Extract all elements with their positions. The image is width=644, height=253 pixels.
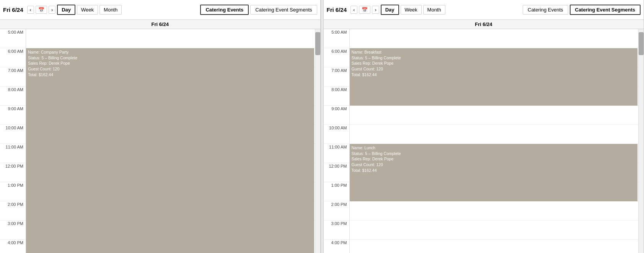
event-status: Status: 5 – Billing Complete: [352, 151, 636, 157]
time-label: 6:00 AM: [324, 48, 349, 67]
event-guest-count: Guest Count: 120: [352, 162, 636, 168]
event-row: [26, 29, 315, 48]
right-scrollbar[interactable]: [638, 29, 644, 253]
left-events-column: Name: Company Party Status: 5 – Billing …: [26, 29, 315, 253]
event-status: Status: 5 – Billing Complete: [28, 55, 312, 61]
time-label: 11:00 AM: [0, 144, 26, 163]
right-calendar-body: 5:00 AM6:00 AM7:00 AM8:00 AM9:00 AM10:00…: [324, 29, 644, 253]
time-label: 5:00 AM: [324, 29, 349, 48]
right-toolbar: Fri 6/24 ‹ 📅 › Day Week Month Catering E…: [324, 0, 644, 20]
event-sales-rep: Sales Rep: Derek Pope: [352, 156, 636, 162]
event-name: Name: Breakfast: [352, 49, 636, 55]
left-scroll-thumb[interactable]: [315, 32, 320, 55]
left-day-btn[interactable]: Day: [57, 5, 75, 15]
event-row: [350, 220, 639, 240]
time-label: 12:00 PM: [324, 163, 349, 182]
right-calendar-panel: Fri 6/24 ‹ 📅 › Day Week Month Catering E…: [324, 0, 644, 253]
time-label: 3:00 PM: [324, 220, 349, 240]
time-label: 12:00 PM: [0, 163, 26, 182]
right-day-btn[interactable]: Day: [381, 5, 399, 15]
time-label: 11:00 AM: [324, 144, 349, 163]
left-tab-catering-events[interactable]: Catering Events: [200, 5, 249, 15]
right-tab-catering-events[interactable]: Catering Events: [523, 5, 568, 15]
event-row: [350, 29, 639, 48]
right-month-btn[interactable]: Month: [423, 5, 445, 15]
left-toolbar: Fri 6/24 ‹ 📅 › Day Week Month Catering E…: [0, 0, 320, 20]
time-label: 10:00 AM: [324, 125, 349, 144]
right-events-column: Name: Breakfast Status: 5 – Billing Comp…: [350, 29, 639, 253]
time-label: 5:00 AM: [0, 29, 26, 48]
left-next-btn[interactable]: ›: [49, 6, 55, 14]
event-name: Name: Lunch: [352, 145, 636, 151]
event-sales-rep: Sales Rep: Derek Pope: [28, 60, 312, 66]
left-calendar-panel: Fri 6/24 ‹ 📅 › Day Week Month Catering E…: [0, 0, 321, 253]
event-total: Total: $162.44: [352, 168, 636, 173]
event-row: [350, 106, 639, 125]
right-time-column: 5:00 AM6:00 AM7:00 AM8:00 AM9:00 AM10:00…: [324, 29, 350, 253]
left-prev-btn[interactable]: ‹: [27, 6, 34, 14]
time-label: 2:00 PM: [324, 201, 349, 220]
time-label: 7:00 AM: [324, 67, 349, 87]
left-tab-catering-segments[interactable]: Catering Event Segments: [250, 5, 317, 15]
event-guest-count: Guest Count: 120: [28, 66, 312, 72]
left-month-btn[interactable]: Month: [99, 5, 122, 15]
left-scrollbar[interactable]: [315, 29, 320, 253]
time-label: 1:00 PM: [324, 182, 349, 201]
left-date-label: Fri 6/24: [3, 7, 23, 13]
time-label: 1:00 PM: [0, 182, 26, 201]
time-label: 8:00 AM: [324, 87, 349, 106]
right-prev-btn[interactable]: ‹: [351, 6, 357, 14]
left-calendar-header: Fri 6/24: [0, 20, 320, 29]
time-label: 6:00 AM: [0, 48, 26, 67]
event-block-breakfast[interactable]: Name: Breakfast Status: 5 – Billing Comp…: [350, 48, 638, 106]
time-label: 9:00 AM: [324, 106, 349, 125]
event-row: [350, 125, 639, 144]
left-time-column: 5:00 AM6:00 AM7:00 AM8:00 AM9:00 AM10:00…: [0, 29, 26, 253]
event-total: Total: $162.44: [28, 72, 312, 78]
right-tab-catering-segments[interactable]: Catering Event Segments: [570, 5, 641, 15]
left-calendar-body: 5:00 AM6:00 AM7:00 AM8:00 AM9:00 AM10:00…: [0, 29, 320, 253]
time-label: 4:00 PM: [0, 240, 26, 253]
event-guest-count: Guest Count: 120: [352, 66, 636, 72]
left-calendar-btn[interactable]: 📅: [36, 6, 47, 14]
event-block-company-party[interactable]: Name: Company Party Status: 5 – Billing …: [26, 48, 314, 253]
panel-divider: [321, 0, 324, 253]
event-sales-rep: Sales Rep: Derek Pope: [352, 60, 636, 66]
right-scroll-thumb[interactable]: [639, 32, 644, 55]
event-row: [350, 240, 639, 253]
right-next-btn[interactable]: ›: [372, 6, 379, 14]
right-date-label: Fri 6/24: [327, 7, 347, 13]
time-label: 2:00 PM: [0, 201, 26, 220]
time-label: 10:00 AM: [0, 125, 26, 144]
event-row: [350, 201, 639, 220]
right-calendar-btn[interactable]: 📅: [359, 6, 370, 14]
event-total: Total: $162.44: [352, 72, 636, 78]
event-status: Status: 5 – Billing Complete: [352, 55, 636, 61]
event-name: Name: Company Party: [28, 49, 312, 55]
time-label: 4:00 PM: [324, 240, 349, 253]
time-label: 7:00 AM: [0, 67, 26, 87]
event-block-lunch[interactable]: Name: Lunch Status: 5 – Billing Complete…: [350, 144, 638, 201]
time-label: 8:00 AM: [0, 87, 26, 106]
right-week-btn[interactable]: Week: [401, 5, 422, 15]
time-label: 3:00 PM: [0, 220, 26, 240]
left-week-btn[interactable]: Week: [77, 5, 98, 15]
right-calendar-header: Fri 6/24: [324, 20, 644, 29]
time-label: 9:00 AM: [0, 106, 26, 125]
